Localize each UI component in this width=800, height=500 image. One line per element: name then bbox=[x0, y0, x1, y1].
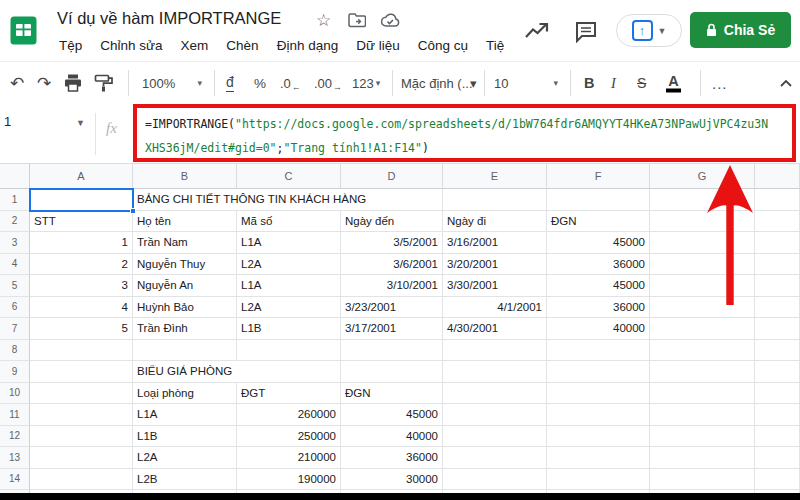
menu-item-7[interactable]: Tiệ bbox=[477, 38, 513, 59]
row-header-4[interactable]: 4 bbox=[0, 254, 30, 276]
italic-button[interactable]: I bbox=[611, 74, 616, 91]
bold-button[interactable]: B bbox=[584, 75, 594, 91]
cell-G13[interactable] bbox=[650, 447, 755, 469]
cell-B6[interactable]: Huỳnh Bảo bbox=[133, 297, 237, 319]
sheets-logo-icon[interactable] bbox=[10, 16, 37, 45]
cell-E8[interactable] bbox=[443, 340, 547, 362]
cell-C3[interactable]: L1A bbox=[237, 232, 341, 254]
print-button[interactable] bbox=[63, 73, 83, 92]
cell-B4[interactable]: Nguyễn Thuy bbox=[133, 254, 237, 276]
cell-C13[interactable]: 210000 bbox=[237, 447, 341, 469]
menu-item-6[interactable]: Công cụ bbox=[409, 38, 477, 59]
cell-C5[interactable]: L1A bbox=[237, 275, 341, 297]
cell-D14[interactable]: 30000 bbox=[341, 469, 443, 491]
select-all-corner[interactable] bbox=[0, 164, 30, 189]
cell-G11[interactable] bbox=[650, 404, 755, 426]
cell-A13[interactable] bbox=[30, 447, 133, 469]
cell-A14[interactable] bbox=[30, 469, 133, 491]
row-header-8[interactable]: 8 bbox=[0, 340, 30, 362]
row-header-3[interactable]: 3 bbox=[0, 232, 30, 254]
insights-icon[interactable] bbox=[524, 21, 550, 41]
cell-partial8[interactable] bbox=[755, 340, 800, 362]
undo-button[interactable]: ↶ bbox=[10, 72, 24, 93]
cell-F3[interactable]: 45000 bbox=[547, 232, 650, 254]
cell-B11[interactable]: L1A bbox=[133, 404, 237, 426]
row-header-1[interactable]: 1 bbox=[0, 189, 30, 211]
percent-format-button[interactable]: % bbox=[254, 75, 266, 90]
cell-D3[interactable]: 3/5/2001 bbox=[341, 232, 443, 254]
cell-partial13[interactable] bbox=[755, 447, 800, 469]
cell-A2[interactable]: STT bbox=[30, 211, 133, 233]
cell-C6[interactable]: L2A bbox=[237, 297, 341, 319]
cell-F4[interactable]: 36000 bbox=[547, 254, 650, 276]
cell-E13[interactable] bbox=[443, 447, 547, 469]
cell-A3[interactable]: 1 bbox=[30, 232, 133, 254]
cell-D12[interactable]: 40000 bbox=[341, 426, 443, 448]
cell-E3[interactable]: 3/16/2001 bbox=[443, 232, 547, 254]
cell-F11[interactable] bbox=[547, 404, 650, 426]
cell-A5[interactable]: 3 bbox=[30, 275, 133, 297]
cell-F9[interactable] bbox=[547, 361, 650, 383]
menu-item-2[interactable]: Xem bbox=[172, 38, 218, 59]
cloud-status-icon[interactable] bbox=[381, 13, 400, 28]
cell-A8[interactable] bbox=[30, 340, 133, 362]
menu-item-0[interactable]: Tệp bbox=[50, 38, 91, 59]
cell-C14[interactable]: 190000 bbox=[237, 469, 341, 491]
cell-partial14[interactable] bbox=[755, 469, 800, 491]
row-header-11[interactable]: 11 bbox=[0, 404, 30, 426]
redo-button[interactable]: ↷ bbox=[37, 72, 51, 93]
move-folder-icon[interactable] bbox=[348, 13, 366, 28]
document-title[interactable]: Ví dụ về hàm IMPORTRANGE bbox=[57, 9, 281, 28]
cell-E11[interactable] bbox=[443, 404, 547, 426]
cell-B9[interactable]: BIỂU GIÁ PHÒNG bbox=[133, 361, 341, 383]
cell-F6[interactable]: 36000 bbox=[547, 297, 650, 319]
chevron-down-icon[interactable]: ▾ bbox=[470, 75, 477, 90]
cell-A7[interactable]: 5 bbox=[30, 318, 133, 340]
cell-D2[interactable]: Ngày đến bbox=[341, 211, 443, 233]
cell-D4[interactable]: 3/6/2001 bbox=[341, 254, 443, 276]
comment-icon[interactable] bbox=[574, 21, 598, 43]
cell-F12[interactable] bbox=[547, 426, 650, 448]
cell-G10[interactable] bbox=[650, 383, 755, 405]
menu-item-5[interactable]: Dữ liệu bbox=[347, 38, 409, 59]
cell-C7[interactable]: L1B bbox=[237, 318, 341, 340]
cell-partial12[interactable] bbox=[755, 426, 800, 448]
chevron-down-icon[interactable]: ▼ bbox=[76, 118, 85, 128]
row-header-2[interactable]: 2 bbox=[0, 211, 30, 233]
cell-partial7[interactable] bbox=[755, 318, 800, 340]
more-options-button[interactable]: ... bbox=[712, 74, 728, 91]
menu-item-3[interactable]: Chèn bbox=[217, 38, 267, 59]
cell-E9[interactable] bbox=[443, 361, 547, 383]
cell-B13[interactable]: L2A bbox=[133, 447, 237, 469]
cell-D5[interactable]: 3/10/2001 bbox=[341, 275, 443, 297]
cell-D13[interactable]: 36000 bbox=[341, 447, 443, 469]
cell-E2[interactable]: Ngày đi bbox=[443, 211, 547, 233]
cell-F13[interactable] bbox=[547, 447, 650, 469]
cell-C2[interactable]: Mã số bbox=[237, 211, 341, 233]
share-status-button[interactable]: ↑ ▼ bbox=[616, 14, 682, 47]
cell-B1[interactable]: BẢNG CHI TIẾT THÔNG TIN KHÁCH HÀNG bbox=[133, 189, 443, 211]
col-header-B[interactable]: B bbox=[133, 164, 237, 189]
cell-E5[interactable]: 3/30/2001 bbox=[443, 275, 547, 297]
cell-F8[interactable] bbox=[547, 340, 650, 362]
cell-F2[interactable]: ĐGN bbox=[547, 211, 650, 233]
row-header-7[interactable]: 7 bbox=[0, 318, 30, 340]
cell-A4[interactable]: 2 bbox=[30, 254, 133, 276]
cell-B7[interactable]: Trần Đình bbox=[133, 318, 237, 340]
paint-format-button[interactable] bbox=[94, 73, 114, 92]
cell-F5[interactable]: 45000 bbox=[547, 275, 650, 297]
zoom-select[interactable]: 100% ▾ bbox=[142, 75, 202, 90]
cell-E7[interactable]: 4/30/2001 bbox=[443, 318, 547, 340]
cell-G7[interactable] bbox=[650, 318, 755, 340]
cell-D11[interactable]: 45000 bbox=[341, 404, 443, 426]
cell-E1[interactable] bbox=[443, 189, 547, 211]
row-header-5[interactable]: 5 bbox=[0, 275, 30, 297]
decrease-decimal-button[interactable]: .0 ← bbox=[280, 75, 300, 90]
collapse-toolbar-button[interactable] bbox=[779, 78, 793, 87]
row-header-6[interactable]: 6 bbox=[0, 297, 30, 319]
cell-F14[interactable] bbox=[547, 469, 650, 491]
cell-F7[interactable]: 40000 bbox=[547, 318, 650, 340]
name-box[interactable]: 1 bbox=[4, 114, 11, 129]
cell-E6[interactable]: 4/1/2001 bbox=[443, 297, 547, 319]
col-header-F[interactable]: F bbox=[547, 164, 650, 189]
